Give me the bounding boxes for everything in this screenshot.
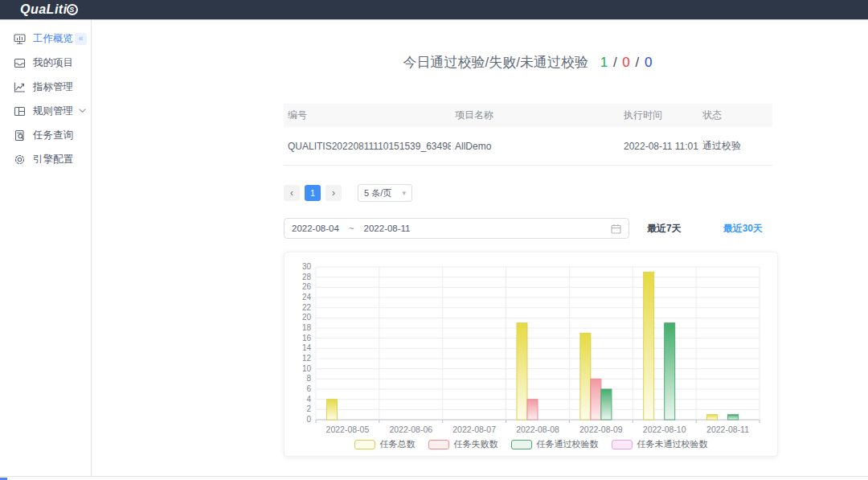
engine-gear-icon [14,154,26,166]
dashboard-monitor-icon [14,33,26,45]
date-start-value: 2022-08-04 [292,224,339,233]
task-trend-chart-card: 0246810121416182022242628302022-08-05202… [284,252,778,457]
table-header-cell: 项目名称 [451,109,620,122]
table-header-row: 编号项目名称执行时间状态 [284,104,772,127]
failed-count: 0 [622,55,630,70]
not-passed-count: 0 [645,55,653,70]
table-header-cell: 编号 [284,109,451,122]
bar-任务通过校验数-2022-08-09[interactable] [601,389,612,420]
count-separator: / [636,55,641,70]
bar-任务通过校验数-2022-08-10[interactable] [665,323,675,420]
y-axis-tick: 6 [306,384,311,393]
legend-item-3[interactable]: 任务通过校验数 [511,438,599,450]
y-axis-tick: 30 [302,262,312,271]
prev-page-button[interactable]: ‹ [284,185,300,201]
x-axis-label: 2022-08-07 [452,425,496,434]
table-cell: 2022-08-11 11:01:51 [620,141,698,152]
last-30-days-button[interactable]: 最近30天 [723,222,763,236]
y-axis-tick: 2 [306,404,311,413]
task-result-table: 编号项目名称执行时间状态QUALITIS20220811110151539_63… [284,104,772,166]
legend-swatch [354,440,375,449]
y-axis-tick: 18 [302,323,312,332]
qualitis-logo[interactable]: QuaLitiS [20,2,78,17]
legend-swatch [612,440,633,449]
page-size-value: 5 条/页 [364,187,391,199]
sidebar-item-3[interactable]: 指标管理 [0,75,91,99]
table-row[interactable]: QUALITIS20220811110151539_634982AllDemo2… [284,127,772,166]
bar-任务总数-2022-08-11[interactable] [707,415,718,420]
sidebar-item-6[interactable]: 引擎配置 [0,147,91,171]
page-size-select[interactable]: 5 条/页 ▾ [358,184,412,202]
calendar-icon[interactable] [611,224,621,234]
horizontal-scrollbar[interactable] [0,476,868,480]
task-search-icon [14,129,26,142]
legend-label: 任务通过校验数 [537,438,599,450]
legend-label: 任务未通过校验数 [637,438,708,450]
overview-counts: 1 / 0 / 0 [600,55,653,70]
sidebar-item-label: 引擎配置 [33,153,73,166]
y-axis-tick: 22 [302,303,312,312]
last-7-days-button[interactable]: 最近7天 [647,222,682,236]
rule-layout-icon [14,105,26,117]
legend-swatch [511,440,532,449]
y-axis-tick: 0 [306,415,311,424]
legend-item-2[interactable]: 任务失败数 [428,438,498,450]
bar-任务总数-2022-08-08[interactable] [517,323,527,420]
y-axis-tick: 28 [302,273,312,281]
y-axis-tick: 4 [306,395,311,404]
y-axis-tick: 12 [302,354,312,363]
chevron-down-icon [79,109,86,113]
sidebar-item-2[interactable]: 我的项目 [0,51,91,75]
legend-item-1[interactable]: 任务总数 [354,438,416,450]
x-axis-label: 2022-08-09 [579,425,623,434]
top-bar: QuaLitiS [0,0,868,20]
sidebar-item-1[interactable]: 工作概览« [0,27,91,51]
x-axis-label: 2022-08-05 [326,425,370,434]
date-range-input[interactable]: 2022-08-04 ~ 2022-08-11 [284,218,629,239]
legend-swatch [428,440,449,449]
x-axis-label: 2022-08-06 [389,425,432,434]
logo-text: QuaLiti [20,2,68,17]
project-inbox-icon [14,57,26,69]
bar-任务失败数-2022-08-09[interactable] [591,379,601,420]
date-separator: ~ [349,224,354,233]
y-axis-tick: 16 [302,334,312,343]
sidebar-item-label: 指标管理 [33,80,73,94]
sidebar-item-4[interactable]: 规则管理 [0,99,91,123]
y-axis-tick: 26 [302,282,312,291]
bar-任务总数-2022-08-10[interactable] [644,272,654,420]
table-cell: 通过校验 [698,139,772,153]
y-axis-tick: 14 [302,343,312,352]
sidebar-item-label: 规则管理 [33,105,73,118]
bar-任务总数-2022-08-09[interactable] [580,333,591,420]
legend-item-4[interactable]: 任务未通过校验数 [612,438,708,450]
bar-chart: 0246810121416182022242628302022-08-05202… [293,259,768,436]
overview-title: 今日通过校验/失败/未通过校验 1 / 0 / 0 [284,53,772,72]
bar-任务通过校验数-2022-08-11[interactable] [728,415,739,420]
logo-s-badge: S [67,4,78,15]
sidebar-item-5[interactable]: 任务查询 [0,123,91,147]
table-cell: AllDemo [451,141,620,152]
x-axis-label: 2022-08-11 [706,425,749,434]
x-axis-label: 2022-08-08 [516,425,559,434]
page-1-button[interactable]: 1 [305,185,321,201]
bar-任务失败数-2022-08-08[interactable] [527,400,538,420]
next-page-button[interactable]: › [326,185,342,201]
chevron-down-icon: ▾ [402,189,406,197]
count-separator: / [613,55,618,70]
bar-任务总数-2022-08-05[interactable] [326,400,337,420]
passed-count: 1 [600,55,608,70]
qualitis-app: QuaLitiS 工作概览«我的项目指标管理规则管理任务查询引擎配置 今日通过校… [0,0,868,480]
y-axis-tick: 10 [302,364,312,373]
metric-trend-icon [14,81,26,93]
sidebar-item-label: 我的项目 [33,56,73,70]
legend-label: 任务失败数 [454,438,498,450]
date-filter-row: 2022-08-04 ~ 2022-08-11 最近7天 最近30天 [284,218,778,239]
sidebar-item-label: 任务查询 [33,129,73,142]
date-end-value: 2022-08-11 [364,224,411,233]
sidebar-collapse-button[interactable]: « [75,33,87,45]
y-axis-tick: 24 [302,293,312,302]
table-header-cell: 执行时间 [620,109,698,122]
table-header-cell: 状态 [698,109,772,122]
overview-title-text: 今日通过校验/失败/未通过校验 [403,55,588,70]
